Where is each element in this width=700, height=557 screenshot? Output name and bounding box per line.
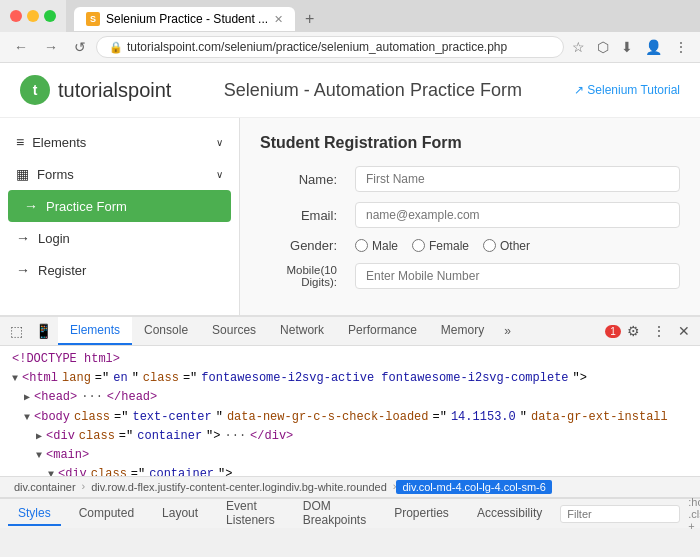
- breadcrumb-item-0[interactable]: div.container: [8, 480, 82, 494]
- arrow-icon: →: [24, 198, 38, 214]
- sidebar-item-label: Login: [38, 231, 70, 246]
- html-div-container2-line[interactable]: ▼ <div class="container">: [8, 465, 692, 476]
- filter-input[interactable]: [560, 505, 680, 523]
- collapse-triangle[interactable]: ▶: [24, 390, 30, 406]
- sidebar-item-login[interactable]: → Login: [0, 222, 239, 254]
- devtools-tabs-bar: ⬚ 📱 Elements Console Sources Network Per…: [0, 317, 700, 346]
- gender-female-radio[interactable]: [412, 239, 425, 252]
- forward-button[interactable]: →: [38, 36, 64, 58]
- collapse-triangle[interactable]: ▼: [36, 448, 42, 464]
- html-div-container-line[interactable]: ▶ <div class="container"> ··· </div>: [8, 427, 692, 446]
- collapse-triangle[interactable]: ▼: [24, 410, 30, 426]
- address-bar[interactable]: 🔒 tutorialspoint.com/selenium/practice/s…: [96, 36, 564, 58]
- menu-icon[interactable]: ⋮: [670, 37, 692, 57]
- sidebar: ≡ Elements ∨ ▦ Forms ∨ → Practice Form: [0, 118, 240, 315]
- back-button[interactable]: ←: [8, 36, 34, 58]
- gender-male-option[interactable]: Male: [355, 239, 398, 253]
- gender-other-option[interactable]: Other: [483, 239, 530, 253]
- collapse-triangle[interactable]: ▼: [48, 467, 54, 476]
- profile-icon[interactable]: 👤: [641, 37, 666, 57]
- device-mode-icon[interactable]: 📱: [29, 317, 58, 345]
- tutorial-link-text: Selenium Tutorial: [587, 83, 680, 97]
- cast-icon[interactable]: ⬡: [593, 37, 613, 57]
- bottom-tab-properties[interactable]: Properties: [384, 502, 459, 526]
- external-link-icon: ↗: [574, 83, 584, 97]
- tutorial-link[interactable]: ↗ Selenium Tutorial: [574, 83, 680, 97]
- breadcrumb-item-1[interactable]: div.row.d-flex.justify-content-center.lo…: [85, 480, 393, 494]
- devtools-close-icon[interactable]: ✕: [672, 317, 696, 345]
- devtools-menu-icon[interactable]: ⋮: [646, 317, 672, 345]
- sidebar-item-label: Practice Form: [46, 199, 127, 214]
- tab-title: Selenium Practice - Student ...: [106, 12, 268, 26]
- active-tab[interactable]: S Selenium Practice - Student ... ✕: [74, 7, 295, 31]
- html-tree-view: <!DOCTYPE html> ▼ <html lang="en" class=…: [0, 346, 700, 476]
- gender-other-radio[interactable]: [483, 239, 496, 252]
- tab-console[interactable]: Console: [132, 317, 200, 345]
- more-tabs-button[interactable]: »: [496, 318, 519, 344]
- sidebar-item-forms[interactable]: ▦ Forms ∨: [0, 158, 239, 190]
- arrow-icon: →: [16, 262, 30, 278]
- mobile-row: Mobile(10Digits):: [260, 263, 680, 289]
- bottom-tab-accessibility[interactable]: Accessibility: [467, 502, 552, 526]
- email-row: Email:: [260, 202, 680, 228]
- bottom-tab-styles[interactable]: Styles: [8, 502, 61, 526]
- window-minimize-button[interactable]: [27, 10, 39, 22]
- bottom-tab-layout[interactable]: Layout: [152, 502, 208, 526]
- name-input[interactable]: [355, 166, 680, 192]
- chevron-down-icon: ∨: [216, 137, 223, 148]
- arrow-icon: →: [16, 230, 30, 246]
- gender-male-radio[interactable]: [355, 239, 368, 252]
- sidebar-item-label: Forms: [37, 167, 74, 182]
- sidebar-item-practice-form[interactable]: → Practice Form: [8, 190, 231, 222]
- new-tab-button[interactable]: +: [299, 6, 320, 32]
- collapse-triangle[interactable]: ▼: [12, 371, 18, 387]
- inspector-icon[interactable]: ⬚: [4, 317, 29, 345]
- email-input[interactable]: [355, 202, 680, 228]
- logo-text: tutorialspoint: [58, 79, 171, 102]
- gender-radio-group: Male Female Other: [355, 239, 530, 253]
- error-count-badge: 1: [605, 325, 621, 338]
- window-close-button[interactable]: [10, 10, 22, 22]
- settings-icon[interactable]: ⚙: [621, 317, 646, 345]
- forms-icon: ▦: [16, 166, 29, 182]
- filter-hint: :hov .cls +: [688, 496, 700, 532]
- html-main-line[interactable]: ▼ <main>: [8, 446, 692, 465]
- url-text: tutorialspoint.com/selenium/practice/sel…: [127, 40, 551, 54]
- logo-letter: t: [33, 82, 38, 98]
- logo-area: t tutorialspoint: [20, 75, 171, 105]
- mobile-input[interactable]: [355, 263, 680, 289]
- breadcrumb-item-2[interactable]: div.col-md-4.col-lg-4.col-sm-6: [396, 480, 551, 494]
- form-title: Student Registration Form: [260, 134, 680, 152]
- gender-label: Gender:: [260, 238, 345, 253]
- bottom-tabs-bar: Styles Computed Layout Event Listeners D…: [0, 498, 700, 528]
- html-doctype-line: <!DOCTYPE html>: [8, 350, 692, 369]
- bottom-tab-event-listeners[interactable]: Event Listeners: [216, 495, 285, 533]
- html-head-line[interactable]: ▶ <head> ··· </head>: [8, 388, 692, 407]
- download-icon[interactable]: ⬇: [617, 37, 637, 57]
- window-maximize-button[interactable]: [44, 10, 56, 22]
- main-area: ≡ Elements ∨ ▦ Forms ∨ → Practice Form: [0, 118, 700, 315]
- tab-close-button[interactable]: ✕: [274, 13, 283, 26]
- bookmark-icon[interactable]: ☆: [568, 37, 589, 57]
- devtools-panel: ⬚ 📱 Elements Console Sources Network Per…: [0, 315, 700, 528]
- tab-memory[interactable]: Memory: [429, 317, 496, 345]
- sidebar-item-register[interactable]: → Register: [0, 254, 239, 286]
- gender-female-option[interactable]: Female: [412, 239, 469, 253]
- bottom-tab-dom-breakpoints[interactable]: DOM Breakpoints: [293, 495, 376, 533]
- refresh-button[interactable]: ↺: [68, 36, 92, 58]
- tab-elements[interactable]: Elements: [58, 317, 132, 345]
- chevron-down-icon: ∨: [216, 169, 223, 180]
- tab-network[interactable]: Network: [268, 317, 336, 345]
- html-html-line[interactable]: ▼ <html lang="en" class="fontawesome-i2s…: [8, 369, 692, 388]
- logo-icon: t: [20, 75, 50, 105]
- name-label: Name:: [260, 172, 345, 187]
- tab-performance[interactable]: Performance: [336, 317, 429, 345]
- tab-sources[interactable]: Sources: [200, 317, 268, 345]
- sidebar-item-elements[interactable]: ≡ Elements ∨: [0, 126, 239, 158]
- sidebar-item-label: Register: [38, 263, 86, 278]
- html-body-line[interactable]: ▼ <body class="text-center" data-new-gr-…: [8, 408, 668, 427]
- bottom-tab-computed[interactable]: Computed: [69, 502, 144, 526]
- collapse-triangle[interactable]: ▶: [36, 429, 42, 445]
- name-row: Name:: [260, 166, 680, 192]
- navigation-bar: ← → ↺ 🔒 tutorialspoint.com/selenium/prac…: [0, 32, 700, 63]
